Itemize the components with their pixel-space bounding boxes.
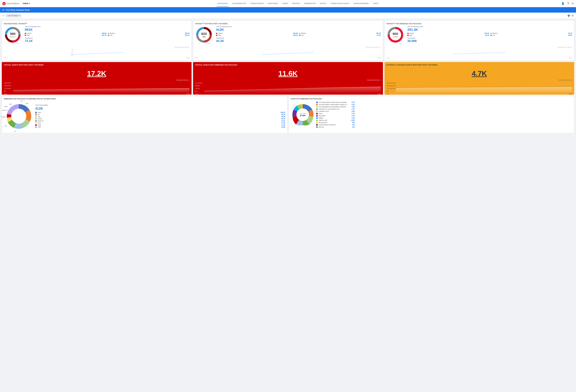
- legend-python: Python 48.7K: [35, 118, 285, 120]
- critical-first-value[interactable]: 17.2K: [4, 66, 189, 79]
- qualys-logo: Q: [2, 2, 6, 5]
- svg-marker-14: [13, 88, 189, 93]
- nav-threat-intelligence[interactable]: THREAT INTELLIGENCE: [330, 0, 350, 7]
- vuln-donut-svg: [4, 101, 34, 131]
- vuln-legend-items: Java 158.2K Go 98.3K .Net 49.5K: [35, 112, 285, 128]
- toolbar-right: ➕ ⚙: [567, 14, 574, 17]
- org-chart-svg: 250 500 750 1000: [4, 49, 190, 56]
- asset-item-11: node-bluetooth-serial-port 302: [316, 124, 572, 126]
- asset-item-9: matrix-js-sdk 1.06K: [316, 119, 572, 121]
- asset-item-3: org.xwiki.platform:xwiki-platform-liveda…: [316, 106, 572, 108]
- toolbar: 🏷 Last 30 Days ▾ ➕ ⚙: [0, 13, 576, 19]
- asset-item-2: org.xwiki.platform:xwiki-platform-legacy…: [316, 104, 572, 106]
- oss-gauge-score: 900 Critical: [393, 32, 398, 38]
- vuln-critical: Critical 292.8K: [25, 32, 107, 34]
- main-nav: DASHBOARD VULNERABILITIES PRIORITIZATION…: [34, 0, 561, 7]
- nav-remediation[interactable]: REMEDIATION: [304, 0, 316, 7]
- nav-dashboard[interactable]: DASHBOARD: [217, 0, 228, 7]
- first-vuln-grid: Critical 192.8K Medium 102.7K High 168.1…: [216, 32, 381, 36]
- grid-icon: ⊞: [2, 9, 4, 11]
- top-bar: Q Cloud Platform VMDR ▾ DASHBOARD VULNER…: [0, 0, 576, 7]
- logo-area: Q Cloud Platform: [2, 2, 20, 5]
- filter-dropdown-icon: ▾: [19, 15, 20, 17]
- externally-exposed-chart: 5000 3000 1000 0 1/10 Today: [387, 82, 572, 93]
- nav-responses[interactable]: RESPONSES: [267, 0, 279, 7]
- date-filter-button[interactable]: Last 30 Days ▾: [6, 14, 21, 17]
- asset-item-10: element-plus 900: [316, 121, 572, 124]
- nav-users[interactable]: USERS: [372, 0, 379, 7]
- platform-name: Cloud Platform: [7, 2, 20, 5]
- first-gauge-score: 820 High: [201, 32, 207, 38]
- oss-trurisk-title: TruRiskTM FOR EMBEDDED OSS PACKAGES: [386, 23, 572, 25]
- svg-text:0: 0: [387, 90, 389, 92]
- first-party-trurisk-card: TruRiskTM FOR FIRST-PARTY SOFTWARE: [193, 21, 383, 61]
- org-vuln-grid: Critical 292.8K Medium 268.1K High 202.7…: [25, 32, 190, 36]
- svg-text:750: 750: [71, 51, 73, 52]
- vuln-low: Low 161.1K: [108, 34, 190, 36]
- nav-right-icons: 👤 ❓ ✉: [561, 2, 574, 5]
- first-gauge-area: 820 High 0 1000: [195, 26, 214, 44]
- tag-icon: 🏷: [2, 14, 4, 17]
- org-trurisk-body: 580 Medium 0 1000 Total Contributing Vul…: [4, 26, 190, 44]
- assets-by-oss-card: ASSETS BY EMBEDDED OSS PACKAGES: [289, 96, 574, 133]
- vuln-medium: Medium 268.1K: [108, 32, 190, 34]
- critical-oss-value[interactable]: 11.6K: [195, 66, 381, 79]
- svg-text:1000: 1000: [387, 88, 396, 89]
- org-stats: Total Contributing Vulns 981K Critical 2…: [25, 26, 190, 44]
- nav-vulnerabilities[interactable]: VULNERABILITIES: [231, 0, 247, 7]
- svg-text:0: 0: [4, 90, 6, 92]
- trurisk-cards-row: ORGANIZATIONAL TruRiskTM: [2, 21, 574, 61]
- asset-item-7: tensorflow 2.1K: [316, 115, 572, 117]
- sub-header: ⊞ First-Party Software Risks: [0, 7, 576, 13]
- nav-prioritization[interactable]: PRIORITIZATION: [250, 0, 264, 7]
- vmdr-button[interactable]: VMDR ▾: [23, 2, 30, 5]
- mail-icon[interactable]: ✉: [572, 2, 574, 5]
- first-gauge: 820 High: [195, 26, 213, 44]
- critical-oss-chart: 12K 8K 4K 0 04/10 Today: [195, 82, 381, 93]
- svg-text:3000: 3000: [387, 85, 396, 86]
- svg-text:0: 0: [195, 90, 197, 92]
- svg-text:250: 250: [71, 55, 73, 56]
- first-party-trurisk-body: 820 High 0 1000 Total Contributing Vulns…: [195, 26, 381, 44]
- legend-php: PHP 10.9K: [35, 126, 285, 128]
- assets-donut-wrap: Total Assets 30.08K: [291, 103, 315, 127]
- svg-text:8K: 8K: [195, 85, 200, 86]
- asset-item-5: markdown-it-py 3.6K: [316, 110, 572, 112]
- org-gauge-area: 580 Medium 0 1000: [4, 26, 23, 44]
- org-mini-chart: Showing Last 91 Days ⓘ 250 500 750 1000 …: [4, 45, 190, 59]
- user-icon[interactable]: 👤: [561, 2, 564, 5]
- externally-exposed-value[interactable]: 4.7K: [387, 66, 572, 79]
- nav-scans[interactable]: SCANS: [282, 0, 288, 7]
- first-party-stats: Total Contributing Vulns 412K Critical 1…: [216, 26, 381, 44]
- org-showing-label: Showing Last 91 Days ⓘ: [4, 46, 190, 48]
- svg-marker-19: [204, 87, 381, 93]
- svg-text:30K: 30K: [4, 85, 11, 86]
- assets-list: com.sap.jenkinsci:remote-jobs-view-plugi…: [316, 101, 572, 128]
- add-icon[interactable]: ➕: [567, 14, 570, 17]
- legend-net: .Net 49.5K: [35, 116, 285, 118]
- critical-first-chart: 50K 30K 10K 0 04/10 Today: [4, 82, 189, 93]
- legend-rust: Rust 11.2K: [35, 122, 285, 124]
- svg-text:500: 500: [71, 53, 73, 54]
- vuln-by-tech-card: EMBEDDED OSS PACKAGES VULNERABILITIES BY…: [2, 96, 287, 133]
- settings-icon[interactable]: ⚙: [572, 14, 574, 17]
- org-trurisk-title: ORGANIZATIONAL TruRiskTM: [4, 23, 190, 25]
- filter-label: Last 30 Days: [7, 15, 18, 17]
- oss-vuln-grid: Critical 122.4K Medium 53.7K High 84.7K: [407, 32, 572, 36]
- oss-gauge: 900 Critical: [386, 26, 404, 44]
- nav-knowledgebase[interactable]: KNOWLEDGEBASE: [353, 0, 369, 7]
- svg-text:50K: 50K: [4, 82, 11, 84]
- org-gauge: 580 Medium: [4, 26, 22, 44]
- assets-section: Total Assets 30.08K com.sap.jenkinsci:re…: [291, 101, 572, 128]
- asset-item-1: com.sap.jenkinsci:remote-jobs-view-plugi…: [316, 101, 572, 104]
- oss-mini-chart: Showing Last 91 Days ⓘ 11/19 Today: [386, 45, 572, 59]
- first-mini-chart: Showing Last 91 Days ⓘ 04/23 Today: [195, 45, 381, 59]
- legend-java: Java 158.2K: [35, 112, 285, 113]
- svg-text:30.08K: 30.08K: [300, 114, 306, 117]
- nav-reports[interactable]: REPORTS: [292, 0, 301, 7]
- help-icon[interactable]: ❓: [567, 2, 570, 5]
- org-gauge-score: 580 Medium: [10, 32, 16, 38]
- oss-gauge-area: 900 Critical 0 1000: [386, 26, 406, 44]
- oss-stats: Total Contributing Vulns 291.3K Critical…: [407, 26, 572, 44]
- nav-assets[interactable]: ASSETS: [319, 0, 327, 7]
